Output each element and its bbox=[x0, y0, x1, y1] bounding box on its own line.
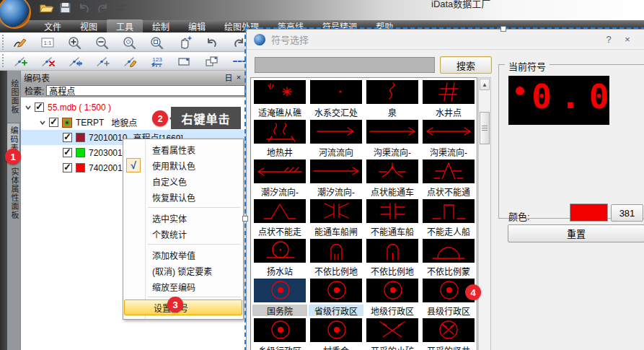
context-menu-item-7[interactable]: 个数统计 bbox=[123, 226, 243, 242]
draw-pen-icon[interactable] bbox=[9, 35, 31, 51]
toolbar-options-icon[interactable] bbox=[113, 0, 131, 16]
checkbox-checked[interactable] bbox=[63, 133, 72, 142]
symbol-tile[interactable]: 水系交汇处 bbox=[309, 79, 365, 119]
symbol-tile[interactable]: 河流流向 bbox=[309, 119, 365, 159]
vertex-move-icon[interactable] bbox=[64, 53, 86, 69]
code-value: 74020010 bbox=[89, 163, 127, 173]
circle-dot-icon bbox=[254, 318, 306, 342]
renumber-123-icon[interactable]: 123 bbox=[146, 53, 168, 69]
dialog-titlebar[interactable]: 符号选择 ? × bbox=[247, 30, 644, 50]
rect-select-icon[interactable] bbox=[174, 53, 195, 69]
paste-entity-icon[interactable] bbox=[201, 53, 223, 69]
vertex-add-icon[interactable] bbox=[9, 53, 31, 69]
vertex-delete-icon[interactable] bbox=[37, 53, 58, 69]
pan-hand-icon[interactable] bbox=[174, 35, 195, 51]
menu-3[interactable]: 工具 bbox=[107, 19, 143, 33]
dialog-help-button[interactable]: ? bbox=[599, 34, 618, 45]
symbol-tile[interactable]: 扬水站 bbox=[252, 238, 309, 278]
context-menu-item-10[interactable]: (取消) 锁定要素 bbox=[123, 263, 243, 279]
vertex-insert-icon[interactable] bbox=[92, 53, 113, 69]
reset-button[interactable]: 重置 bbox=[508, 224, 644, 242]
symbol-tile[interactable]: 乡级行政区 bbox=[252, 318, 309, 350]
menu-5[interactable]: 编辑 bbox=[179, 19, 215, 33]
symbol-tile[interactable]: 适淹礁从礁 bbox=[252, 79, 309, 119]
undo-icon[interactable] bbox=[75, 0, 94, 16]
menu-2[interactable]: 视图 bbox=[71, 19, 107, 33]
layer-name: 地貌点 bbox=[111, 116, 137, 128]
open-folder-icon[interactable] bbox=[38, 0, 56, 16]
symbol-tile[interactable]: 不能走人船 bbox=[421, 198, 477, 238]
toolbar-grip[interactable] bbox=[1, 54, 5, 69]
panel-close-icon[interactable]: × bbox=[234, 72, 244, 82]
checkbox-checked[interactable] bbox=[49, 118, 58, 127]
context-menu-item-4[interactable]: 恢复默认色 bbox=[123, 189, 243, 205]
checkbox-checked[interactable] bbox=[63, 148, 72, 157]
context-menu-item-13[interactable]: 设置符号 bbox=[124, 299, 242, 315]
scroll-thumb[interactable] bbox=[480, 112, 490, 144]
symbol-label: 潮汐流向- bbox=[309, 185, 363, 197]
dialog-close-button[interactable]: × bbox=[618, 34, 637, 45]
symbol-tile[interactable]: 泉 bbox=[365, 79, 421, 119]
symbol-tile[interactable]: 不依比例地 bbox=[309, 238, 365, 278]
side-tab-1[interactable]: 绘图面板 bbox=[7, 76, 20, 117]
zoom-out-icon[interactable] bbox=[92, 35, 113, 51]
code-search-input[interactable] bbox=[46, 85, 245, 96]
undo-icon[interactable] bbox=[201, 35, 223, 51]
scale-1-1-icon[interactable]: 1:1 bbox=[37, 35, 58, 51]
symbol-tile[interactable]: 沟渠流向- bbox=[421, 119, 477, 159]
symbol-tile[interactable]: 点状能通车 bbox=[365, 159, 421, 198]
save-icon[interactable] bbox=[56, 0, 75, 16]
well-icon bbox=[423, 80, 475, 104]
color-code-button[interactable]: 381 bbox=[611, 204, 643, 222]
symbol-tile[interactable]: 潮汐流向- bbox=[309, 159, 365, 198]
symbol-tile[interactable]: 地热井 bbox=[252, 119, 309, 159]
panel-float-icon[interactable]: 日 bbox=[224, 72, 234, 82]
context-menu-item-6[interactable]: 选中实体 bbox=[123, 210, 243, 226]
checkbox-checked[interactable] bbox=[63, 163, 72, 172]
resize-handle-top[interactable] bbox=[500, 26, 506, 32]
symbol-tile[interactable]: 地级行政区 bbox=[365, 278, 421, 318]
context-menu-item-11[interactable]: 缩放至编码 bbox=[123, 279, 243, 294]
symbol-tile[interactable]: 省级行政区 bbox=[309, 278, 365, 318]
color-label: 颜色: bbox=[508, 209, 530, 223]
symbol-tile[interactable]: 沟渠流向- bbox=[365, 119, 421, 159]
lock-gate-icon bbox=[366, 199, 418, 223]
symbol-search-input[interactable] bbox=[255, 57, 435, 73]
symbol-tile[interactable]: 不能通车船 bbox=[365, 198, 421, 238]
symbol-tile[interactable]: 点状不能走 bbox=[252, 198, 309, 238]
side-tab-3[interactable]: 实体属性面板 bbox=[7, 165, 20, 222]
checkbox-checked[interactable] bbox=[35, 102, 44, 112]
symbol-tile[interactable]: 水井点 bbox=[421, 79, 477, 119]
grid-scrollbar[interactable]: ▲ bbox=[478, 77, 491, 350]
vertex-edit-icon[interactable] bbox=[119, 53, 141, 69]
menu-1[interactable]: 文件 bbox=[35, 19, 71, 33]
symbol-tile[interactable]: 开采的小矿 bbox=[365, 318, 421, 350]
context-menu-item-3[interactable]: 自定义色 bbox=[123, 173, 243, 189]
symbol-tile[interactable]: 国务院 bbox=[252, 278, 309, 318]
symbol-tile[interactable]: 潮汐流向- bbox=[252, 159, 309, 198]
context-menu-item-2[interactable]: √使用默认色 bbox=[123, 157, 243, 173]
symbol-label: 地级行政区 bbox=[365, 305, 420, 316]
scroll-up-icon[interactable]: ▲ bbox=[480, 79, 490, 90]
toolbar-grip[interactable] bbox=[1, 35, 5, 50]
symbol-label: 不能通车船 bbox=[365, 225, 420, 237]
symbol-tile[interactable]: 开采的竖井 bbox=[421, 318, 477, 350]
zoom-extent-icon[interactable] bbox=[119, 35, 141, 51]
zoom-window-icon[interactable] bbox=[146, 35, 168, 51]
menu-4[interactable]: 绘制 bbox=[143, 19, 179, 33]
symbol-tile[interactable]: 村委会 bbox=[309, 318, 365, 350]
resize-handle-left[interactable] bbox=[242, 216, 248, 222]
search-button[interactable]: 搜索 bbox=[440, 56, 492, 74]
symbol-tile[interactable]: 不依比例地 bbox=[365, 238, 421, 278]
context-menu-item-9[interactable]: 添加枚举值 bbox=[123, 247, 243, 263]
symbol-label: 河流流向 bbox=[309, 146, 363, 157]
color-swatch[interactable] bbox=[570, 204, 608, 222]
zoom-in-icon[interactable] bbox=[64, 35, 86, 51]
menu-item-label: (取消) 锁定要素 bbox=[152, 265, 212, 277]
context-menu-item-1[interactable]: 查看属性表 bbox=[123, 141, 243, 157]
redo-icon[interactable] bbox=[94, 0, 113, 16]
symbol-label: 扬水站 bbox=[252, 265, 307, 276]
symbol-tile[interactable]: 不依比例蒙 bbox=[421, 238, 477, 278]
symbol-tile[interactable]: 点状不能通 bbox=[421, 159, 477, 198]
symbol-tile[interactable]: 能通车船闸 bbox=[309, 198, 365, 238]
